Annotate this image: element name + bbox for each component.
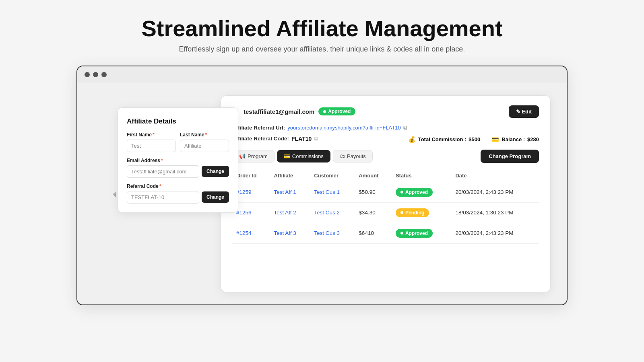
commissions-tab-label: Commissions [292,153,324,159]
stats-row: 💰 Total Commission : $500 💳 Balance : $2… [408,136,539,143]
commissions-tab-icon: 💳 [284,153,290,159]
col-affiliate: Affiliate [270,169,310,182]
total-commission-stat: 💰 Total Commission : $500 [408,136,481,143]
name-row: First Name* Last Name* [127,132,229,152]
status-badge: Approved [396,188,433,197]
cell-amount: $6410 [355,223,392,243]
change-program-button[interactable]: Change Program [481,150,539,163]
copy-code-icon[interactable]: ⧉ [314,135,318,142]
status-dot [400,232,403,234]
copy-url-icon[interactable]: ⧉ [403,124,407,131]
customer-link[interactable]: Test Cus 2 [314,210,340,216]
status-badge: Pending [396,208,429,217]
affiliate-link[interactable]: Test Aff 3 [274,230,296,236]
browser-dot-3 [101,72,107,77]
referral-code-label-panel: Affiliate Referal Code: [232,136,289,142]
program-tab-label: Program [248,153,268,159]
last-name-label: Last Name* [180,132,229,138]
hero-section: Streamlined Affiliate Management Effortl… [133,0,510,66]
customer-link[interactable]: Test Cus 3 [314,230,340,236]
affiliate-card-title: Affiliate Details [127,117,229,125]
referral-code-value: FLAT10 [291,136,312,142]
email-input[interactable] [127,165,199,178]
total-commission-value: $500 [469,136,480,142]
status-text: Approved [328,109,351,114]
commission-icon: 💰 [408,136,416,143]
referral-code-change-button[interactable]: Change [202,191,229,203]
status-dot [400,211,403,214]
email-change-button[interactable]: Change [202,166,229,177]
referral-code-row: Affiliate Referal Code: FLAT10 ⧉ [232,135,318,142]
referral-code-input-row: Change [127,191,229,204]
page-title: Streamlined Affiliate Management [141,16,502,41]
cell-amount: $50.90 [355,182,392,202]
cell-status: Approved [392,223,451,243]
table-body: #1259 Test Aff 1 Test Cus 1 $50.90 Appro… [232,182,539,243]
referral-code-label: Referral Code* [127,183,229,189]
referral-url-link[interactable]: yourstoredomain.myshopify.com?afflr id+F… [287,125,400,131]
affiliate-details-card: Affiliate Details First Name* Last Name* [118,107,238,213]
first-name-group: First Name* [127,132,176,152]
order-id-link[interactable]: #1259 [236,189,252,195]
status-badge: Approved [318,107,355,115]
browser-dot-2 [93,72,98,77]
first-name-label: First Name* [127,132,176,138]
payouts-tab-icon: 🗂 [340,153,345,159]
program-tab-icon: 📢 [239,153,246,159]
affiliate-link[interactable]: Test Aff 1 [274,189,296,195]
cell-date: 20/03/2024, 2:43:23 PM [451,223,539,243]
balance-stat: 💳 Balance : $280 [491,136,539,143]
payouts-tab-label: Payouts [347,153,366,159]
table-header: Order Id Affiliate Customer Amount Statu… [232,169,539,182]
status-text: Pending [405,210,424,216]
balance-icon: 💳 [491,136,499,143]
cell-date: 20/03/2024, 2:43:23 PM [451,182,539,202]
edit-button[interactable]: ✎ Edit [509,105,539,118]
status-text: Approved [405,189,428,195]
col-date: Date [451,169,539,182]
order-id-link[interactable]: #1254 [236,230,252,236]
panel-header-left: ← testaffiliate1@gmail.com Approved [232,107,355,116]
last-name-input[interactable] [180,140,229,152]
cell-customer: Test Cus 3 [310,223,355,243]
customer-link[interactable]: Test Cus 1 [314,189,340,195]
referral-code-input[interactable] [127,191,199,204]
balance-label: Balance : [502,136,525,142]
status-text: Approved [405,230,428,236]
email-label: Email Address* [127,158,229,163]
cell-customer: Test Cus 2 [310,202,355,223]
cell-affiliate: Test Aff 2 [270,202,310,223]
page-subtitle: Effortlessly sign up and oversee your af… [141,45,502,53]
status-dot [400,191,403,193]
affiliate-link[interactable]: Test Aff 2 [274,210,296,216]
referral-code-group: Referral Code* Change [127,183,229,204]
panel-header: ← testaffiliate1@gmail.com Approved ✎ Ed… [232,105,539,118]
status-badge: Approved [396,229,433,238]
browser-window: Affiliate Details First Name* Last Name* [76,66,568,305]
table-row: #1254 Test Aff 3 Test Cus 3 $6410 Approv… [232,223,539,243]
browser-content: Affiliate Details First Name* Last Name* [77,83,567,304]
tab-program[interactable]: 📢 Program [232,150,275,162]
table-header-row: Order Id Affiliate Customer Amount Statu… [232,169,539,182]
order-id-link[interactable]: #1256 [236,210,252,216]
cell-order-id: #1254 [232,223,270,243]
commissions-table: Order Id Affiliate Customer Amount Statu… [232,169,539,244]
table-row: #1259 Test Aff 1 Test Cus 1 $50.90 Appro… [232,182,539,202]
tab-commissions[interactable]: 💳 Commissions [277,150,330,162]
email-group: Email Address* Change [127,158,229,178]
browser-dot-1 [85,72,90,77]
cell-amount: $34.30 [355,202,392,223]
balance-value: $280 [527,136,539,142]
badge-dot [323,110,326,113]
cell-status: Approved [392,182,451,202]
col-status: Status [392,169,451,182]
table-row: #1256 Test Aff 2 Test Cus 2 $34.30 Pendi… [232,202,539,223]
cell-affiliate: Test Aff 3 [270,223,310,243]
tabs-row: 📢 Program 💳 Commissions 🗂 Payouts Change… [232,150,539,163]
browser-topbar [77,66,567,83]
col-customer: Customer [310,169,355,182]
referral-url-label: Affiliate Referral Url: [232,125,285,131]
tab-payouts[interactable]: 🗂 Payouts [333,150,373,162]
first-name-input[interactable] [127,140,176,152]
cell-customer: Test Cus 1 [310,182,355,202]
